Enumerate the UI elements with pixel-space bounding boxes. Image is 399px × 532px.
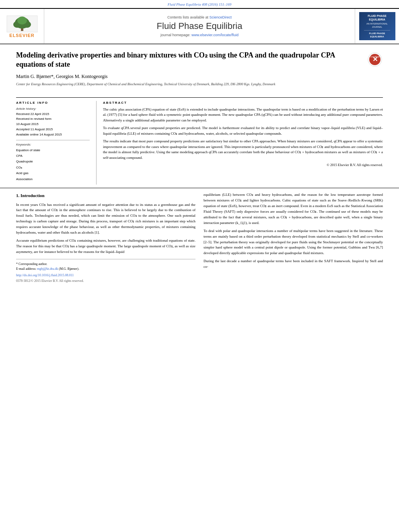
elsevier-wordmark: ELSEVIER: [9, 33, 34, 38]
article-title-section: Modeling derivative properties and binar…: [16, 51, 383, 93]
article-content: Modeling derivative properties and binar…: [0, 44, 399, 185]
article-title-text: Modeling derivative properties and binar…: [16, 51, 363, 90]
left-column: 1. Introduction In recent years CO₂ has …: [16, 192, 195, 283]
logo-line-3: AN INTERNATIONAL: [366, 23, 388, 26]
intro-para-1: In recent years CO₂ has received a signi…: [16, 202, 195, 236]
keyword-5: Acid gas: [16, 170, 90, 176]
logo-line-6: EQUILIBRIA: [370, 35, 384, 38]
journal-title: Fluid Phase Equilibria: [157, 21, 243, 31]
abstract-body: The cubic plus association (CPA) equatio…: [103, 107, 383, 161]
logo-line-1: FLUID PHASE: [368, 14, 387, 18]
email-text[interactable]: mgbj@kt.dtu.dk: [37, 267, 58, 271]
abstract-title: ABSTRACT: [103, 101, 383, 105]
homepage-label: journal homepage:: [160, 33, 191, 37]
elsevier-logo: ELSEVIER: [6, 15, 38, 38]
email-label: E-mail address:: [16, 267, 36, 271]
logo-line-5: FLUID PHASE: [369, 32, 385, 35]
keywords-block: Keywords: Equation of state CPA Quadrupo…: [16, 143, 90, 185]
article-main-title: Modeling derivative properties and binar…: [16, 51, 363, 70]
journal-header-center: Contents lists available at ScienceDirec…: [44, 9, 355, 43]
received-date: Received 22 April 2015: [16, 112, 90, 117]
elsevier-logo-area: ELSEVIER: [0, 9, 44, 43]
right-para-2: To deal with polar and quadrupolar inter…: [204, 228, 383, 257]
intro-section-title: 1. Introduction: [16, 192, 195, 199]
keyword-6: Association: [16, 177, 90, 182]
svg-text:CrossMark: CrossMark: [370, 55, 380, 58]
abstract-panel: ABSTRACT The cubic plus association (CPA…: [97, 101, 383, 185]
accepted-date: Accepted 11 August 2015: [16, 127, 90, 132]
doi-line[interactable]: http://dx.doi.org/10.1016/j.fluid.2015.0…: [16, 273, 195, 278]
right-para-1: equilibrium (LLE) between CO₂ and heavy …: [204, 192, 383, 226]
article-info-title: ARTICLE INFO: [16, 101, 90, 105]
homepage-url-text[interactable]: www.elsevier.com/locate/fluid: [191, 33, 239, 37]
keyword-1: Equation of state: [16, 148, 90, 153]
revised-label: Received in revised form: [16, 117, 90, 122]
revised-date: 10 August 2015: [16, 122, 90, 127]
keyword-2: CPA: [16, 153, 90, 159]
keyword-3: Quadrupole: [16, 159, 90, 164]
main-body: 1. Introduction In recent years CO₂ has …: [0, 188, 399, 292]
contents-text: Contents lists available at: [167, 15, 208, 19]
email-person: (M.G. Bjørner).: [59, 267, 79, 271]
journal-ref-text: Fluid Phase Equilibria 408 (2016) 151–16…: [168, 2, 232, 6]
abstract-para-2: To evaluate qCPA several pure compound p…: [103, 125, 383, 136]
right-column: equilibrium (LLE) between CO₂ and heavy …: [204, 192, 383, 283]
keyword-4: CO₂: [16, 165, 90, 170]
footnote-area: * Corresponding author. E-mail address: …: [16, 259, 195, 283]
copyright-line: © 2015 Elsevier B.V. All rights reserved…: [103, 163, 383, 167]
article-info-panel: ARTICLE INFO Article history: Received 2…: [16, 101, 97, 185]
logo-line-4: JOURNAL: [372, 26, 383, 29]
journal-header: ELSEVIER Contents lists available at Sci…: [0, 9, 399, 44]
right-para-3: During the last decade a number of quadr…: [204, 259, 383, 270]
article-affiliation: Center for Energy Resources Engineering …: [16, 82, 363, 87]
keywords-label: Keywords:: [16, 143, 90, 146]
email-note: E-mail address: mgbj@kt.dtu.dk (M.G. Bjø…: [16, 267, 195, 271]
article-info-abstract-row: ARTICLE INFO Article history: Received 2…: [16, 97, 383, 185]
corresponding-author-note: * Corresponding author.: [16, 262, 195, 267]
journal-reference: Fluid Phase Equilibria 408 (2016) 151–16…: [0, 0, 399, 8]
article-history-block: Article history: Received 22 April 2015 …: [16, 107, 90, 140]
logo-line-2: EQUILIBRIA: [369, 18, 385, 22]
journal-header-border: ELSEVIER Contents lists available at Sci…: [0, 8, 399, 44]
abstract-para-3: The results indicate that most pure comp…: [103, 139, 383, 160]
history-label: Article history:: [16, 107, 90, 111]
crossmark-badge: ✕ CrossMark: [367, 51, 383, 68]
elsevier-tree-icon: [6, 15, 38, 33]
sciencedirect-text[interactable]: ScienceDirect: [210, 15, 232, 19]
issn-line: 0378-3812/© 2015 Elsevier B.V. All right…: [16, 279, 195, 283]
crossmark-icon: ✕ CrossMark: [368, 52, 382, 67]
corresponding-author-label: * Corresponding author.: [16, 262, 47, 266]
online-date: Available online 14 August 2015: [16, 132, 90, 138]
svg-point-5: [17, 16, 27, 25]
page-wrapper: Fluid Phase Equilibria 408 (2016) 151–16…: [0, 0, 399, 292]
abstract-para-1: The cubic plus association (CPA) equatio…: [103, 107, 383, 123]
fluid-phase-logo: FLUID PHASE EQUILIBRIA AN INTERNATIONAL …: [359, 12, 395, 40]
journal-homepage-line: journal homepage: www.elsevier.com/locat…: [160, 33, 239, 37]
contents-available-line: Contents lists available at ScienceDirec…: [167, 15, 232, 19]
intro-para-2: Accurate equilibrium predictions of CO₂ …: [16, 238, 195, 255]
journal-logo-area: FLUID PHASE EQUILIBRIA AN INTERNATIONAL …: [355, 9, 399, 43]
two-column-layout: 1. Introduction In recent years CO₂ has …: [16, 192, 383, 283]
article-authors: Martin G. Bjørner*, Georgios M. Kontogeo…: [16, 74, 363, 80]
